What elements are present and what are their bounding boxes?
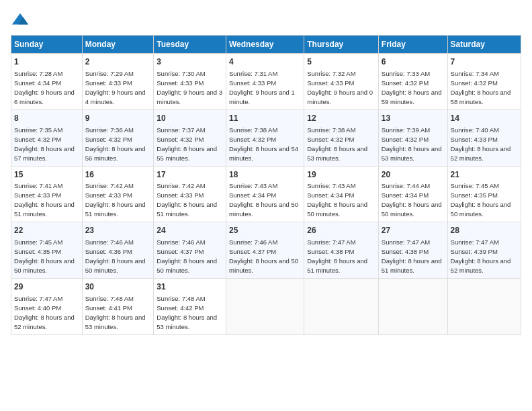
header-monday: Monday: [82, 36, 154, 54]
header-saturday: Saturday: [447, 36, 521, 54]
calendar-cell: 31Sunrise: 7:48 AMSunset: 4:42 PMDayligh…: [154, 279, 226, 335]
calendar-cell: 27Sunrise: 7:47 AMSunset: 4:38 PMDayligh…: [378, 222, 447, 279]
calendar-week-4: 22Sunrise: 7:45 AMSunset: 4:35 PMDayligh…: [11, 222, 521, 279]
calendar-week-2: 8Sunrise: 7:35 AMSunset: 4:32 PMDaylight…: [11, 109, 521, 166]
day-info: Sunrise: 7:45 AMSunset: 4:35 PMDaylight:…: [14, 238, 75, 274]
day-info: Sunrise: 7:47 AMSunset: 4:38 PMDaylight:…: [307, 238, 367, 274]
day-info: Sunrise: 7:36 AMSunset: 4:32 PMDaylight:…: [85, 126, 146, 162]
day-number: 13: [382, 113, 445, 124]
day-number: 30: [85, 281, 151, 293]
calendar-cell: 25Sunrise: 7:46 AMSunset: 4:37 PMDayligh…: [226, 222, 304, 279]
calendar-cell: 13Sunrise: 7:39 AMSunset: 4:32 PMDayligh…: [378, 109, 447, 166]
calendar-cell: 10Sunrise: 7:37 AMSunset: 4:32 PMDayligh…: [154, 109, 226, 166]
calendar-cell: 9Sunrise: 7:36 AMSunset: 4:32 PMDaylight…: [82, 109, 154, 166]
day-number: 29: [14, 281, 79, 293]
calendar-cell: [378, 279, 447, 335]
calendar-cell: 14Sunrise: 7:40 AMSunset: 4:33 PMDayligh…: [447, 109, 521, 166]
day-info: Sunrise: 7:33 AMSunset: 4:32 PMDaylight:…: [382, 70, 442, 105]
day-info: Sunrise: 7:38 AMSunset: 4:32 PMDaylight:…: [307, 126, 367, 162]
header-sunday: Sunday: [11, 36, 83, 54]
day-number: 12: [307, 113, 375, 124]
day-info: Sunrise: 7:34 AMSunset: 4:32 PMDaylight:…: [451, 70, 511, 105]
day-info: Sunrise: 7:40 AMSunset: 4:33 PMDaylight:…: [451, 126, 511, 162]
day-info: Sunrise: 7:43 AMSunset: 4:34 PMDaylight:…: [229, 182, 298, 218]
day-info: Sunrise: 7:38 AMSunset: 4:32 PMDaylight:…: [229, 126, 298, 162]
calendar-week-5: 29Sunrise: 7:47 AMSunset: 4:40 PMDayligh…: [11, 279, 521, 335]
day-number: 8: [14, 113, 79, 124]
calendar-cell: 17Sunrise: 7:42 AMSunset: 4:33 PMDayligh…: [154, 166, 226, 222]
day-number: 17: [157, 169, 223, 181]
calendar-cell: 4Sunrise: 7:31 AMSunset: 4:33 PMDaylight…: [226, 54, 304, 110]
calendar-cell: 18Sunrise: 7:43 AMSunset: 4:34 PMDayligh…: [226, 166, 304, 222]
calendar-cell: [304, 279, 379, 335]
day-number: 26: [307, 225, 375, 236]
calendar-cell: 5Sunrise: 7:32 AMSunset: 4:33 PMDaylight…: [304, 54, 379, 110]
logo-icon: [11, 11, 30, 30]
day-info: Sunrise: 7:48 AMSunset: 4:42 PMDaylight:…: [157, 295, 217, 330]
calendar-cell: 8Sunrise: 7:35 AMSunset: 4:32 PMDaylight…: [11, 109, 83, 166]
day-number: 21: [451, 169, 518, 181]
day-number: 5: [307, 56, 375, 68]
header-thursday: Thursday: [304, 36, 379, 54]
calendar-week-3: 15Sunrise: 7:41 AMSunset: 4:33 PMDayligh…: [11, 166, 521, 222]
day-number: 6: [382, 56, 445, 68]
calendar-cell: 24Sunrise: 7:46 AMSunset: 4:37 PMDayligh…: [154, 222, 226, 279]
calendar-cell: 3Sunrise: 7:30 AMSunset: 4:33 PMDaylight…: [154, 54, 226, 110]
calendar-cell: 11Sunrise: 7:38 AMSunset: 4:32 PMDayligh…: [226, 109, 304, 166]
day-number: 10: [157, 113, 223, 124]
calendar-cell: 15Sunrise: 7:41 AMSunset: 4:33 PMDayligh…: [11, 166, 83, 222]
day-number: 7: [451, 56, 518, 68]
day-info: Sunrise: 7:29 AMSunset: 4:33 PMDaylight:…: [85, 70, 146, 105]
day-info: Sunrise: 7:37 AMSunset: 4:32 PMDaylight:…: [157, 126, 217, 162]
calendar-week-1: 1Sunrise: 7:28 AMSunset: 4:34 PMDaylight…: [11, 54, 521, 110]
day-number: 16: [85, 169, 151, 181]
calendar-cell: 30Sunrise: 7:48 AMSunset: 4:41 PMDayligh…: [82, 279, 154, 335]
calendar-cell: 21Sunrise: 7:45 AMSunset: 4:35 PMDayligh…: [447, 166, 521, 222]
calendar-cell: 16Sunrise: 7:42 AMSunset: 4:33 PMDayligh…: [82, 166, 154, 222]
day-number: 22: [14, 225, 79, 236]
day-number: 14: [451, 113, 518, 124]
day-info: Sunrise: 7:28 AMSunset: 4:34 PMDaylight:…: [14, 70, 75, 105]
calendar-cell: 2Sunrise: 7:29 AMSunset: 4:33 PMDaylight…: [82, 54, 154, 110]
day-info: Sunrise: 7:42 AMSunset: 4:33 PMDaylight:…: [157, 182, 217, 218]
day-number: 20: [382, 169, 445, 181]
calendar-table: SundayMondayTuesdayWednesdayThursdayFrid…: [11, 35, 521, 335]
day-number: 9: [85, 113, 151, 124]
day-info: Sunrise: 7:45 AMSunset: 4:35 PMDaylight:…: [451, 182, 511, 218]
day-number: 23: [85, 225, 151, 236]
day-info: Sunrise: 7:47 AMSunset: 4:40 PMDaylight:…: [14, 295, 75, 330]
calendar-header-row: SundayMondayTuesdayWednesdayThursdayFrid…: [11, 36, 521, 54]
calendar-cell: 28Sunrise: 7:47 AMSunset: 4:39 PMDayligh…: [447, 222, 521, 279]
header-wednesday: Wednesday: [226, 36, 304, 54]
day-number: 4: [229, 56, 301, 68]
day-info: Sunrise: 7:44 AMSunset: 4:34 PMDaylight:…: [382, 182, 442, 218]
day-info: Sunrise: 7:35 AMSunset: 4:32 PMDaylight:…: [14, 126, 75, 162]
day-number: 24: [157, 225, 223, 236]
calendar-cell: [447, 279, 521, 335]
day-number: 15: [14, 169, 79, 181]
day-info: Sunrise: 7:41 AMSunset: 4:33 PMDaylight:…: [14, 182, 75, 218]
day-info: Sunrise: 7:46 AMSunset: 4:37 PMDaylight:…: [157, 238, 217, 274]
day-info: Sunrise: 7:39 AMSunset: 4:32 PMDaylight:…: [382, 126, 442, 162]
day-info: Sunrise: 7:47 AMSunset: 4:38 PMDaylight:…: [382, 238, 442, 274]
day-info: Sunrise: 7:43 AMSunset: 4:34 PMDaylight:…: [307, 182, 367, 218]
calendar-cell: 20Sunrise: 7:44 AMSunset: 4:34 PMDayligh…: [378, 166, 447, 222]
header-friday: Friday: [378, 36, 447, 54]
day-info: Sunrise: 7:42 AMSunset: 4:33 PMDaylight:…: [85, 182, 146, 218]
calendar-cell: [226, 279, 304, 335]
day-number: 25: [229, 225, 301, 236]
day-number: 19: [307, 169, 375, 181]
calendar-cell: 6Sunrise: 7:33 AMSunset: 4:32 PMDaylight…: [378, 54, 447, 110]
day-info: Sunrise: 7:32 AMSunset: 4:33 PMDaylight:…: [307, 70, 373, 105]
calendar-cell: 23Sunrise: 7:46 AMSunset: 4:36 PMDayligh…: [82, 222, 154, 279]
day-info: Sunrise: 7:30 AMSunset: 4:33 PMDaylight:…: [157, 70, 222, 105]
header-tuesday: Tuesday: [154, 36, 226, 54]
logo: [11, 11, 32, 30]
day-info: Sunrise: 7:46 AMSunset: 4:36 PMDaylight:…: [85, 238, 146, 274]
day-number: 3: [157, 56, 223, 68]
calendar-cell: 19Sunrise: 7:43 AMSunset: 4:34 PMDayligh…: [304, 166, 379, 222]
day-number: 27: [382, 225, 445, 236]
day-number: 18: [229, 169, 301, 181]
day-info: Sunrise: 7:46 AMSunset: 4:37 PMDaylight:…: [229, 238, 298, 274]
calendar-cell: 22Sunrise: 7:45 AMSunset: 4:35 PMDayligh…: [11, 222, 83, 279]
